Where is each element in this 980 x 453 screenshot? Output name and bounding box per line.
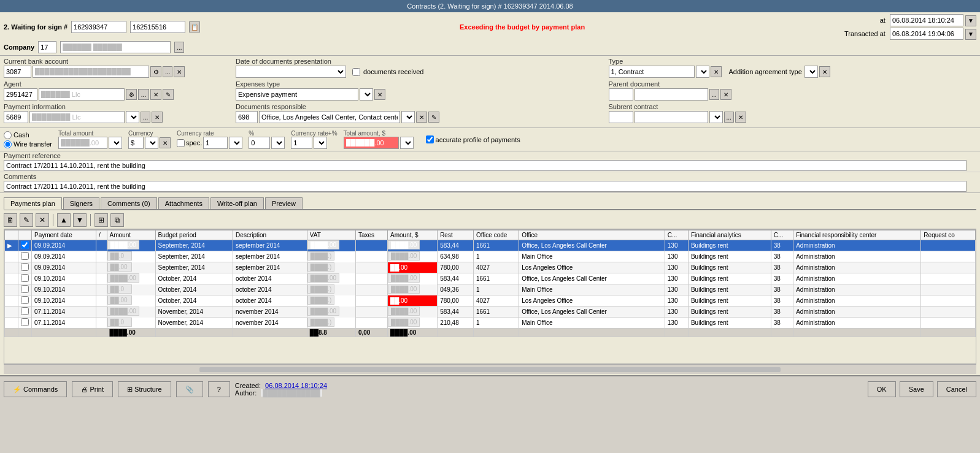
company-num-input[interactable] [38,41,56,53]
wire-transfer-radio[interactable] [4,140,12,148]
created-date[interactable]: 06.08.2014 18:10:24 [265,382,327,389]
attach-btn[interactable]: 📎 [176,381,203,397]
docs-responsible-edit-btn[interactable]: ✎ [428,112,439,123]
col-request-co[interactable]: Request co [921,230,976,240]
docs-responsible-close-btn[interactable]: ✕ [416,112,427,123]
down-btn[interactable]: ▼ [73,213,87,227]
total-amount-dollar-input[interactable] [344,137,399,149]
structure-btn[interactable]: ⊞ Structure [118,381,171,397]
bank-close-btn[interactable]: ✕ [174,66,185,77]
col-office[interactable]: Office [519,230,665,240]
currency-rate-dropdown[interactable] [229,137,242,149]
tab-comments[interactable]: Comments (0) [101,197,157,209]
commands-btn[interactable]: ⚡ Commands [4,381,67,397]
col-financial-analytics[interactable]: Financial analytics [688,230,771,240]
contract-num1-input[interactable] [71,21,126,33]
parent-doc-close-btn[interactable]: ✕ [720,89,731,100]
total-amount-dollar-dropdown[interactable] [400,137,414,149]
spec-check[interactable] [177,139,185,147]
bank-account-num[interactable] [4,66,31,78]
date-docs-dropdown[interactable] [236,66,346,78]
currency-rate-plus-dropdown[interactable] [314,137,327,149]
col-amount[interactable]: Amount [107,230,155,240]
type-close-btn2[interactable]: ✕ [711,66,722,77]
add-row-btn[interactable]: 🗎 [4,213,17,227]
bank-dots-btn[interactable]: ... [163,66,172,77]
currency-input[interactable] [128,137,144,149]
expenses-type-close-btn[interactable]: ✕ [374,89,385,100]
payment-info-dropdown[interactable] [126,111,139,123]
col-vat[interactable]: VAT [307,230,355,240]
at-dropdown-btn[interactable]: ▼ [965,15,976,26]
contract-num2-input[interactable] [130,21,185,33]
row-check[interactable] [21,241,29,249]
col-amount-dollar[interactable]: Amount, $ [388,230,438,240]
col-rest[interactable]: Rest [438,230,474,240]
tab-signers[interactable]: Signers [63,197,99,209]
grid-btn1[interactable]: ⊞ [95,213,108,227]
subrent-dots-btn[interactable]: ... [724,112,734,123]
add-agreement-dropdown[interactable] [804,66,818,78]
tab-payments-plan[interactable]: Payments plan [4,197,62,210]
currency-rate-input[interactable] [203,137,228,149]
total-amount-input[interactable] [58,137,107,149]
subrent-name[interactable] [635,111,708,123]
row-check[interactable] [21,318,29,326]
parent-doc-name[interactable] [635,88,708,101]
tab-preview[interactable]: Preview [265,197,303,209]
table-row[interactable]: 09.10.2014████.00October, 2014october 20… [5,273,976,284]
row-check[interactable] [21,274,29,282]
payment-info-num[interactable] [4,111,28,123]
row-check[interactable] [21,252,29,260]
print-btn[interactable]: 🖨 Print [72,381,113,397]
horizontal-scrollbar[interactable] [4,364,976,374]
table-row[interactable]: ▶09.09.2014████.00September, 2014septemb… [5,240,976,251]
col-payment-date[interactable]: Payment date [32,230,96,240]
col-taxes[interactable]: Taxes [355,230,387,240]
table-row[interactable]: 09.10.2014██.00October, 2014october 2014… [5,295,976,306]
subrent-dropdown[interactable] [709,111,723,123]
percent-input[interactable] [249,137,270,149]
tab-writeoff-plan[interactable]: Write-off plan [210,197,264,209]
subrent-close-btn[interactable]: ✕ [735,112,746,123]
percent-dropdown[interactable] [271,137,285,149]
col-checkbox[interactable] [18,230,32,240]
col-description[interactable]: Description [233,230,307,240]
agent-name[interactable] [39,88,125,101]
bank-account-name[interactable] [33,66,149,78]
transacted-dropdown-btn[interactable]: ▼ [965,29,976,40]
expenses-type-input[interactable] [236,88,358,101]
col-c2[interactable]: C... [771,230,793,240]
docs-responsible-name[interactable] [259,111,400,123]
grid-btn2[interactable]: ⧉ [110,213,124,227]
docs-responsible-num[interactable] [236,111,258,123]
table-row[interactable]: 07.11.2014████.00November, 2014november … [5,306,976,318]
payment-ref-input[interactable] [4,160,966,171]
agent-edit-btn[interactable]: ✎ [163,89,174,100]
copy-button[interactable]: 📋 [189,21,200,32]
row-check[interactable] [21,307,29,315]
type-input[interactable] [609,66,695,78]
col-budget-period[interactable]: Budget period [155,230,233,240]
company-name-input[interactable] [60,41,171,53]
table-row[interactable]: 09.09.2014██.00September, 2014september … [5,262,976,273]
type-dropdown[interactable] [696,66,709,78]
help-btn[interactable]: ? [208,381,230,397]
up-btn[interactable]: ▲ [57,213,71,227]
agent-num[interactable] [4,88,37,101]
ok-btn[interactable]: OK [868,381,896,397]
accurate-profile-check[interactable] [426,135,434,143]
delete-row-btn[interactable]: ✕ [36,213,49,227]
company-more-btn[interactable]: ... [174,42,184,53]
parent-doc-num[interactable] [609,88,633,101]
table-row[interactable]: 09.09.2014██.0September, 2014september 2… [5,251,976,262]
currency-dropdown[interactable] [145,137,158,149]
parent-doc-dots-btn[interactable]: ... [709,89,719,100]
comments-input[interactable] [4,181,966,192]
at-date-input[interactable] [890,14,963,26]
table-row[interactable]: 09.10.2014██.0October, 2014october 2014█… [5,284,976,295]
currency-rate-plus-input[interactable] [291,137,312,149]
save-btn[interactable]: Save [900,381,933,397]
col-fin-responsibility[interactable]: Financial responsibility center [793,230,921,240]
row-check[interactable] [21,263,29,271]
